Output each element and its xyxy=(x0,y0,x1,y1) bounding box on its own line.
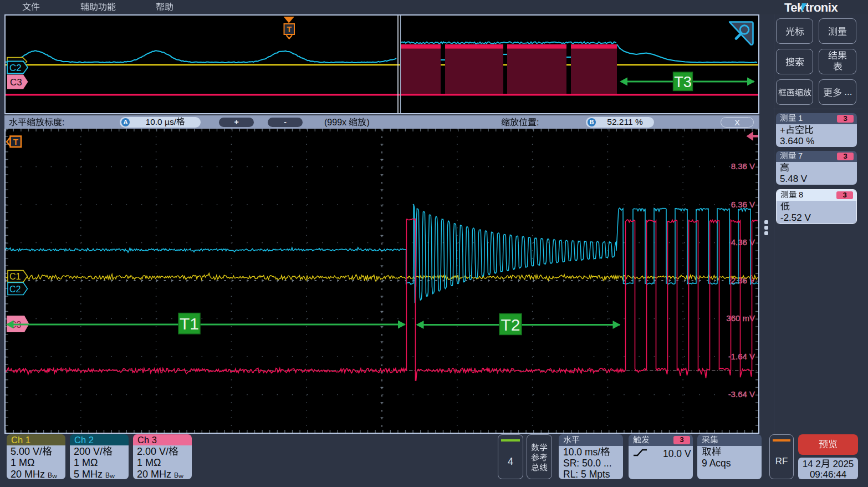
svg-text:T: T xyxy=(13,137,18,146)
svg-text:-1.64 V: -1.64 V xyxy=(728,352,755,361)
svg-text:T: T xyxy=(287,25,292,34)
svg-text:Tek: Tek xyxy=(784,1,804,14)
svg-text:T3: T3 xyxy=(674,74,692,90)
svg-text:8.36 V: 8.36 V xyxy=(731,161,755,171)
svg-text:C3: C3 xyxy=(10,77,22,88)
svg-text:-3.64 V: -3.64 V xyxy=(728,389,755,399)
svg-text:C2: C2 xyxy=(9,63,22,73)
svg-text:C1: C1 xyxy=(9,272,21,281)
svg-text:T1: T1 xyxy=(180,314,199,333)
svg-text:tronix: tronix xyxy=(805,1,838,14)
svg-text:T2: T2 xyxy=(501,316,520,334)
svg-text:6.36 V: 6.36 V xyxy=(731,200,755,209)
svg-text:C2: C2 xyxy=(9,285,21,294)
svg-text:4.36 V: 4.36 V xyxy=(731,237,755,247)
